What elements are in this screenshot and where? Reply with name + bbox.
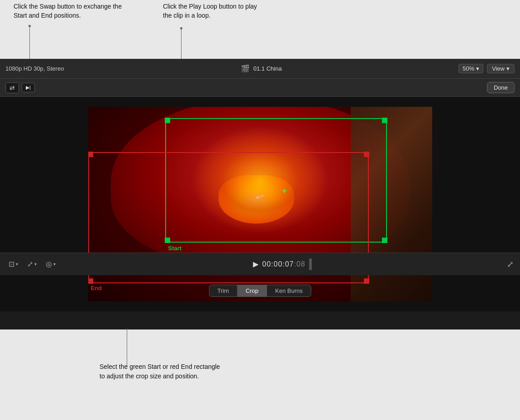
format-label: 1080p HD 30p, Stereo (5, 65, 64, 72)
clip-info: 🎬 01.1 China (241, 64, 282, 73)
crop-tool-chevron-icon: ▾ (16, 262, 18, 267)
viewer-container: 1080p HD 30p, Stereo 🎬 01.1 China 50% ▾ … (0, 59, 520, 329)
timecode-display: 00:00:07:08 (262, 260, 305, 268)
playback-controls: ▶ 00:00:07:08 (253, 258, 312, 270)
annotation-crop-instructions: Select the green Start or red End rectan… (100, 362, 226, 381)
play-icon: ▶ (253, 260, 258, 268)
view-button[interactable]: View ▾ (487, 64, 515, 73)
done-label: Done (494, 84, 508, 91)
tab-trim-label: Trim (217, 287, 229, 294)
tab-trim[interactable]: Trim (209, 285, 238, 296)
fullscreen-button[interactable]: ⤢ (507, 259, 514, 269)
annotation-play-loop: Click the Play Loop button to play the c… (163, 2, 262, 20)
connector-dot-swap-top (29, 25, 31, 27)
bottom-bar: ⊡ ▾ ⤢ ▾ ◎ ▾ ▶ 00:00:07:08 ⤢ (0, 253, 520, 275)
swap-button[interactable]: ⇄ (5, 82, 19, 93)
annotation-swap: Click the Swap button to exchange the St… (14, 2, 122, 20)
main-toolbar: 1080p HD 30p, Stereo 🎬 01.1 China 50% ▾ … (0, 59, 520, 79)
tab-crop-label: Crop (246, 287, 258, 294)
view-chevron-icon: ▾ (506, 65, 510, 72)
transform-icon: ⤢ (27, 260, 33, 268)
format-label-text: 1080p HD 30p, Stereo (5, 65, 64, 72)
speed-icon: ◎ (46, 260, 52, 268)
speed-tool-button[interactable]: ◎ ▾ (43, 258, 58, 270)
clip-name-text: 01.1 China (253, 65, 282, 72)
secondary-toolbar: ⇄ ▶| Done (0, 79, 520, 97)
timecode-frames: 08 (296, 260, 305, 268)
tab-ken-burns[interactable]: Ken Burns (267, 285, 311, 296)
transform-chevron-icon: ▾ (34, 262, 37, 267)
bottom-annotation-bg (0, 329, 520, 420)
tab-crop[interactable]: Crop (238, 285, 267, 296)
clapper-icon: 🎬 (241, 64, 250, 73)
crop-tool-button[interactable]: ⊡ ▾ (6, 258, 20, 270)
playhead-indicator (309, 258, 312, 270)
speed-chevron-icon: ▾ (53, 262, 56, 267)
transform-tool-button[interactable]: ⤢ ▾ (25, 258, 39, 270)
annotation-swap-text: Click the Swap button to exchange the St… (14, 3, 122, 19)
bottom-tools: ⊡ ▾ ⤢ ▾ ◎ ▾ (6, 258, 58, 270)
connector-dot-loop-top (180, 27, 182, 29)
play-loop-button[interactable]: ▶| (22, 83, 35, 92)
crop-tool-icon: ⊡ (9, 260, 14, 268)
annotation-play-loop-text: Click the Play Loop button to play the c… (163, 3, 257, 19)
timecode-main: 00:00:07 (262, 260, 294, 268)
zoom-chevron-icon: ▾ (476, 65, 479, 72)
toolbar2-left: ⇄ ▶| (5, 82, 35, 93)
zoom-button[interactable]: 50% ▾ (458, 64, 483, 73)
lantern-center (219, 175, 294, 224)
done-button[interactable]: Done (487, 82, 515, 93)
crop-tabs: Trim Crop Ken Burns (209, 285, 311, 297)
fullscreen-icon: ⤢ (507, 260, 514, 269)
swap-icon: ⇄ (10, 84, 15, 91)
toolbar-right: 50% ▾ View ▾ (458, 64, 515, 73)
video-area: → Start End Trim (0, 97, 520, 311)
view-label: View (492, 65, 505, 72)
play-button[interactable]: ▶ (253, 260, 258, 268)
annotation-bottom-text: Select the green Start or red End rectan… (100, 363, 220, 380)
zoom-label: 50% (463, 65, 474, 72)
bottom-right: ⤢ (507, 259, 514, 269)
connector-line-bottom (127, 329, 127, 367)
play-loop-icon: ▶| (26, 85, 31, 91)
tab-ken-burns-label: Ken Burns (275, 287, 303, 294)
